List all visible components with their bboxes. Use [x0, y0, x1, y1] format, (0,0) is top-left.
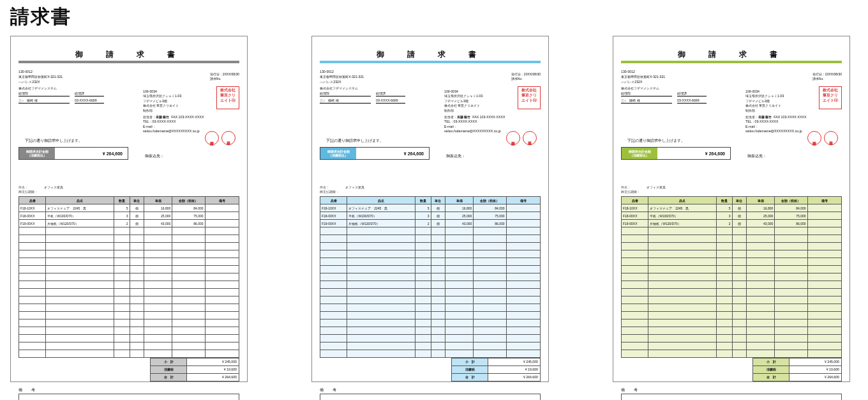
cell: 2	[415, 220, 431, 227]
col-header: 数量	[114, 197, 130, 204]
col-header: 品名	[46, 197, 114, 204]
cell: 16,800	[746, 204, 775, 212]
table-row-empty	[320, 243, 541, 250]
cell: 16,800	[144, 204, 172, 212]
table-row-empty	[19, 281, 239, 289]
cell: 個	[431, 204, 445, 212]
grand-value: ¥ 264,600	[789, 374, 842, 381]
col-header: 数量	[717, 197, 732, 204]
table-row-empty	[19, 350, 239, 358]
col-header: 備考	[807, 197, 841, 204]
table-row-empty	[19, 243, 239, 250]
subtotal-label: 小 計	[151, 358, 187, 366]
table-row-empty	[622, 327, 842, 335]
seal-2: 筆豆	[221, 131, 236, 145]
issue-date: 20XX/08/30	[524, 72, 541, 76]
cell: 43,000	[445, 220, 474, 227]
cell: 5	[415, 204, 431, 212]
ship-to-label: 御振込先：	[145, 154, 164, 158]
tax-label: 消費税	[452, 366, 488, 374]
cell: 25,000	[144, 212, 172, 220]
sender-postal: 109-0034	[745, 89, 809, 94]
accent-rule	[320, 61, 541, 63]
col-header: 品番	[19, 197, 46, 204]
table-row-empty	[320, 235, 541, 243]
sheet-row: 御 請 求 書 発行日：20XX/08/30 請求No. 130-0012 東京…	[10, 36, 850, 382]
table-row-empty	[622, 243, 842, 250]
client-address1: 東京都墨田区秋葉町X-321-321	[621, 75, 842, 79]
grand-total-label-1: 御請求合計金額	[629, 150, 651, 154]
cell: 個	[130, 220, 144, 227]
table-row-empty	[320, 281, 541, 289]
tax-label: 消費税	[151, 366, 187, 374]
accent-rule	[19, 61, 239, 63]
personal-seals: 斉藤 筆豆	[807, 131, 838, 145]
items-table: 品番品名数量単位単価金額（税抜）備考 F18-10XXオフィスチェア 2245 …	[19, 196, 239, 358]
doc-title: 御 請 求 書	[621, 49, 842, 59]
items-table: 品番品名数量単位単価金額（税抜）備考 F18-10XXオフィスチェア 2245 …	[320, 196, 541, 358]
subtotal-value: ¥ 245,000	[488, 358, 541, 366]
sender-company: 株式会社 筆豆クリエイト	[745, 104, 809, 108]
subject-value: オフィス家具	[345, 185, 364, 190]
invoice-sheet: 御 請 求 書 発行日：20XX/08/30 請求No. 130-0012 東京…	[10, 36, 248, 382]
cell: F19-00XX	[320, 220, 347, 227]
table-row-empty	[622, 266, 842, 273]
sender-address2: フデマメビル3階	[745, 99, 809, 104]
subject-value: オフィス家具	[44, 185, 63, 190]
client-section: 経理課	[677, 91, 707, 96]
client-dept: 経理部	[19, 91, 70, 96]
client-section: 経理課	[75, 91, 104, 96]
cell: 5	[114, 204, 130, 212]
tax-value: ¥ 19,600	[187, 366, 239, 374]
ship-to-label: 御振込先：	[446, 154, 465, 158]
table-row-empty	[320, 319, 541, 327]
grand-value: ¥ 264,600	[488, 374, 541, 381]
client-address2: ○○パレス232X	[320, 80, 541, 84]
cell: 86,000	[172, 220, 205, 227]
table-row-empty	[320, 312, 541, 319]
issue-date: 20XX/08/30	[223, 72, 239, 76]
client-dept: 経理部	[621, 91, 672, 96]
cell: 個	[130, 204, 144, 212]
table-row-empty	[19, 235, 239, 243]
table-row-empty	[19, 335, 239, 342]
cell: 平机（W100/D70）	[46, 212, 114, 220]
table-row-empty	[19, 273, 239, 281]
remark-box	[320, 394, 541, 400]
subject-label: 件名：	[621, 185, 647, 190]
client-tel: 03-XXXX-6699	[376, 98, 405, 104]
table-row-empty	[320, 335, 541, 342]
table-row-empty	[320, 289, 541, 296]
issue-date: 20XX/08/30	[825, 72, 842, 76]
sender-email: saitou.fudemame@XXXXXXXXX.co.jp	[444, 129, 501, 133]
grand-label: 合 計	[452, 374, 488, 381]
grand-total-box: 御請求合計金額 （消費税込） ¥ 264,600	[320, 147, 430, 160]
col-header: 単価	[445, 197, 474, 204]
table-row-empty	[19, 258, 239, 266]
cell: 個	[732, 204, 746, 212]
table-row-empty	[622, 227, 842, 235]
sender-address1: 埼玉県所沢区クシャミ1-03	[745, 94, 809, 98]
invoice-no-label: 請求No.	[511, 77, 541, 81]
table-row-empty	[320, 266, 541, 273]
sender-address2: フデマメビル3階	[143, 99, 207, 104]
col-header: 金額（税抜）	[775, 197, 807, 204]
client-person: 三○ 篠崎 様	[621, 98, 672, 104]
client-postal: 130-0012	[320, 70, 541, 74]
grand-total-label-1: 御請求合計金額	[26, 150, 49, 154]
cell: オフィスチェア 2245 黒	[347, 204, 415, 212]
cell: 5	[717, 204, 732, 212]
cell: 個	[732, 220, 746, 227]
cell: 個	[431, 220, 445, 227]
sender-person: 斉藤 篠竹	[457, 115, 470, 119]
table-row-empty	[19, 319, 239, 327]
company-seal: 株式会社 筆豆クリ エイト印	[819, 86, 842, 109]
sender-postal: 109-0034	[444, 89, 508, 94]
sender-address1: 埼玉県所沢区クシャミ1-03	[143, 94, 207, 98]
tax-label: 消費税	[753, 366, 789, 374]
remark-box	[19, 394, 239, 400]
sender-tel-label: TEL：	[745, 119, 755, 123]
cell: 個	[732, 212, 746, 220]
subtotal-value: ¥ 245,000	[789, 358, 842, 366]
sender-person-label: 担当者：	[745, 115, 758, 119]
